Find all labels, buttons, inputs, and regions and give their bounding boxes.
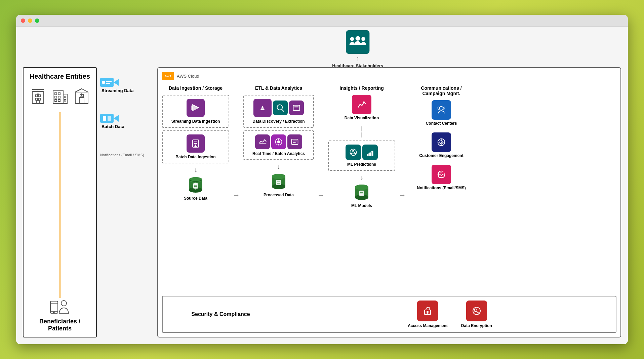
ml-icon1 <box>346 145 361 160</box>
data-encryption-section: Data Encryption <box>461 301 492 328</box>
svg-rect-37 <box>106 83 110 84</box>
ml-icon2 <box>362 145 378 160</box>
stakeholders-icon <box>346 30 369 54</box>
ingestion-header: Data Ingestion / Storage <box>162 84 229 92</box>
titlebar <box>16 15 628 27</box>
batch-arrow-row <box>100 113 117 123</box>
svg-rect-39 <box>100 114 114 123</box>
svg-rect-36 <box>106 81 112 82</box>
svg-rect-41 <box>108 116 111 121</box>
contact-centers-icon <box>432 100 451 120</box>
svg-marker-38 <box>114 79 119 86</box>
svg-rect-45 <box>191 106 193 110</box>
healthcare-entities-title: Healthcare Entities <box>30 73 90 80</box>
streaming-ingestion-label: Streaming Data Ingestion <box>171 119 220 124</box>
stakeholders-section: ↑ Healthcare Stakeholders <box>332 30 383 68</box>
etl-column: ETL & Data Analytics <box>243 84 314 293</box>
aws-logo: aws <box>162 72 174 80</box>
batch-ingestion-label: Batch Data Ingestion <box>175 155 215 159</box>
etl-arrow-down: ↓ <box>243 163 314 170</box>
ml-models-section: ML Models <box>328 184 395 208</box>
visualization-label: Data Visualization <box>345 116 379 120</box>
batch-data-graphic <box>100 113 117 123</box>
streaming-connector: Streaming Data <box>100 77 154 93</box>
svg-rect-86 <box>367 154 368 156</box>
svg-point-1 <box>356 36 360 41</box>
discovery-icon3 <box>289 101 304 115</box>
ml-predictions-box: ML Predictions <box>328 141 395 171</box>
columns-row: Data Ingestion / Storage <box>162 84 616 293</box>
maximize-button[interactable] <box>35 18 39 23</box>
streaming-ingestion-icon <box>187 99 205 117</box>
healthcare-entities-panel: Healthcare Entities <box>23 67 97 337</box>
svg-rect-75 <box>276 180 281 185</box>
app-window: ↑ Healthcare Stakeholders Healthcare Ent… <box>16 15 628 344</box>
comms-header: Communications / Campaign Mgmt. <box>409 84 473 97</box>
svg-rect-68 <box>291 139 298 145</box>
svg-rect-20 <box>58 99 60 102</box>
aws-header: aws AWS Cloud <box>162 72 616 80</box>
security-title: Security & Compliance <box>167 311 275 317</box>
batch-connector: Batch Data <box>100 113 154 129</box>
source-data-label: Source Data <box>184 196 207 201</box>
realtime-icon3 <box>287 134 302 149</box>
svg-rect-7 <box>38 95 40 97</box>
security-section: Security & Compliance <box>162 296 616 333</box>
ingestion-column: Data Ingestion / Storage <box>162 84 229 293</box>
svg-rect-88 <box>371 151 373 156</box>
beneficiaries-label: Beneficiaries / Patients <box>28 318 91 332</box>
ingestion-arrow-down: ↓ <box>162 166 229 174</box>
streaming-data-label: Streaming Data <box>102 88 133 93</box>
minimize-button[interactable] <box>28 18 32 23</box>
security-items: Access Management <box>288 301 612 328</box>
notifications-connector: Notifications (Email / SMS) <box>100 153 154 157</box>
discovery-label: Data Discovery / Extraction <box>252 119 305 124</box>
svg-point-32 <box>53 312 55 313</box>
customer-engagement-icon <box>432 132 451 152</box>
realtime-label: Real Time / Batch Analytics <box>252 151 305 156</box>
ml-models-bucket-icon <box>353 184 371 202</box>
realtime-icons <box>255 134 302 149</box>
comms-notifications-label: Notifications (Email/SMS) <box>417 186 466 190</box>
beneficiaries-section: Beneficiaries / Patients <box>28 298 91 332</box>
data-encryption-label: Data Encryption <box>461 323 492 328</box>
streaming-data-graphic <box>100 77 117 87</box>
svg-rect-16 <box>58 93 60 95</box>
stakeholders-label: Healthcare Stakeholders <box>332 63 383 68</box>
ml-predictions-label: ML Predictions <box>347 162 376 167</box>
realtime-icon2 <box>271 134 286 149</box>
svg-rect-21 <box>64 96 66 98</box>
discovery-icons <box>253 99 304 117</box>
comms-notifications-icon <box>432 165 451 184</box>
ml-models-label: ML Models <box>351 203 372 208</box>
svg-rect-18 <box>58 96 60 98</box>
svg-rect-9 <box>38 98 40 100</box>
streaming-arrow-row <box>100 77 117 87</box>
insights-arrow-down: ↓ <box>328 173 395 181</box>
visualization-icon <box>352 95 371 114</box>
svg-point-106 <box>442 171 445 174</box>
source-data-section: Source Data <box>162 176 229 201</box>
insights-header: Insights / Reporting <box>328 84 395 92</box>
svg-point-112 <box>474 309 477 312</box>
svg-rect-17 <box>55 96 57 98</box>
svg-rect-19 <box>55 99 57 102</box>
insights-column: Insights / Reporting Data Visualization <box>328 84 395 293</box>
discovery-box: Data Discovery / Extraction <box>243 95 314 128</box>
realtime-box: Real Time / Batch Analytics <box>243 130 314 160</box>
svg-line-83 <box>351 151 353 154</box>
streaming-ingestion-box: Streaming Data Ingestion <box>162 95 229 128</box>
svg-rect-14 <box>63 94 67 104</box>
close-button[interactable] <box>21 18 25 23</box>
svg-point-0 <box>350 37 354 41</box>
batch-data-label: Batch Data <box>102 124 124 129</box>
stakeholders-arrow: ↑ <box>356 55 359 62</box>
contact-centers-section: Contact Centers <box>409 100 473 126</box>
svg-point-92 <box>355 185 368 190</box>
svg-point-65 <box>277 141 280 144</box>
comms-notifications-section: Notifications (Email/SMS) <box>409 165 473 190</box>
notifications-label: Notifications (Email / SMS) <box>100 153 154 157</box>
source-data-bucket-icon <box>187 176 205 195</box>
svg-rect-10 <box>36 101 40 104</box>
svg-point-96 <box>439 107 443 110</box>
